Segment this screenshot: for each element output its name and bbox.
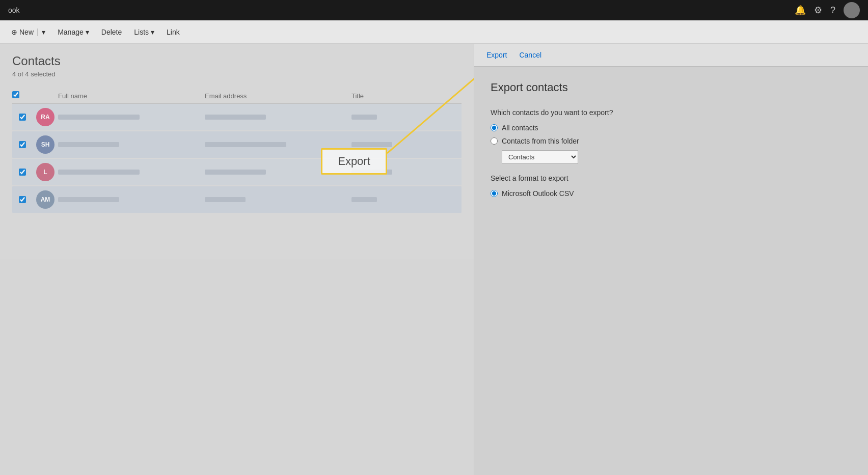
panel-cancel-button[interactable]: Cancel (517, 50, 544, 60)
main-layout: Contacts 4 of 4 selected Full name Email… (0, 44, 868, 475)
page-subtitle: 4 of 4 selected (12, 70, 462, 78)
name-cell (58, 113, 205, 122)
table-row: L (12, 159, 462, 185)
avatar: SH (36, 135, 55, 154)
lists-label: Lists (134, 28, 149, 36)
csv-format-label: Microsoft Outlook CSV (502, 189, 574, 198)
table-row: SH (12, 131, 462, 158)
folder-contacts-option: Contacts from this folder (491, 137, 852, 145)
page-title: Contacts (12, 54, 462, 68)
title-bar (351, 115, 377, 120)
folder-dropdown[interactable]: Contacts (502, 150, 578, 164)
settings-icon[interactable]: ⚙ (814, 5, 822, 16)
app-name: ook (8, 6, 20, 14)
panel-export-button[interactable]: Export (484, 50, 509, 60)
avatar: L (36, 163, 55, 181)
export-panel-title: Export contacts (491, 81, 852, 94)
link-label: Link (167, 28, 180, 36)
export-highlight-label: Export (338, 155, 370, 168)
top-bar: ook 🔔 ⚙ ? (0, 0, 868, 20)
lists-button[interactable]: Lists ▾ (129, 26, 159, 38)
export-panel-toolbar: Export Cancel (474, 44, 868, 67)
row-checkbox[interactable] (19, 114, 26, 121)
col-header-email: Email address (205, 92, 351, 100)
col-header-name: Full name (58, 92, 205, 100)
email-cell (205, 113, 351, 122)
table-header: Full name Email address Title (12, 88, 462, 104)
delete-button[interactable]: Delete (96, 26, 127, 38)
all-contacts-option: All contacts (491, 124, 852, 132)
all-contacts-radio[interactable] (491, 124, 498, 131)
select-all-checkbox[interactable] (12, 91, 19, 98)
help-icon[interactable]: ? (830, 5, 835, 16)
delete-label: Delete (101, 28, 122, 36)
name-bar (58, 197, 119, 202)
table-row: AM (12, 186, 462, 213)
link-button[interactable]: Link (161, 26, 185, 38)
name-bar (58, 170, 140, 175)
contacts-pane: Contacts 4 of 4 selected Full name Email… (0, 44, 474, 475)
email-bar (205, 142, 286, 147)
title-cell (351, 113, 462, 122)
folder-contacts-label: Contacts from this folder (502, 137, 579, 145)
manage-label: Manage (58, 28, 84, 36)
manage-chevron-icon: ▾ (86, 28, 89, 36)
manage-button[interactable]: Manage ▾ (52, 26, 94, 38)
folder-contacts-radio[interactable] (491, 137, 498, 145)
email-cell (205, 195, 351, 204)
export-highlight-button[interactable]: Export (321, 148, 387, 175)
table-row: RA (12, 104, 462, 130)
title-cell (351, 195, 462, 204)
email-bar (205, 115, 266, 120)
export-panel: Export Cancel Export contacts Which cont… (474, 44, 868, 475)
avatar: RA (36, 108, 55, 126)
col-header-title: Title (351, 92, 462, 100)
question-which-contacts: Which contacts do you want to export? (491, 108, 852, 117)
row-checkbox[interactable] (19, 196, 26, 203)
lists-chevron-icon: ▾ (151, 28, 154, 36)
all-contacts-label: All contacts (502, 124, 538, 132)
top-bar-right: 🔔 ⚙ ? (795, 2, 860, 18)
name-bar (58, 142, 119, 147)
question-format: Select a format to export (491, 174, 852, 182)
format-csv-option: Microsoft Outlook CSV (491, 189, 852, 198)
plus-icon: ⊕ (11, 28, 17, 36)
name-cell (58, 140, 205, 149)
csv-format-radio[interactable] (491, 190, 498, 197)
new-chevron-icon: ▾ (42, 28, 45, 36)
name-cell (58, 167, 205, 177)
new-sep: | (37, 27, 39, 37)
title-bar (351, 197, 377, 202)
new-button[interactable]: ⊕ New | ▾ (6, 25, 50, 39)
email-bar (205, 170, 266, 175)
avatar[interactable] (844, 2, 860, 18)
name-bar (58, 115, 140, 120)
row-checkbox[interactable] (19, 169, 26, 176)
toolbar: ⊕ New | ▾ Manage ▾ Delete Lists ▾ Link (0, 20, 868, 44)
svg-marker-1 (473, 72, 474, 80)
avatar: AM (36, 190, 55, 209)
email-bar (205, 197, 246, 202)
notification-icon[interactable]: 🔔 (795, 5, 806, 16)
new-label: New (19, 28, 34, 36)
title-bar (351, 142, 392, 147)
name-cell (58, 195, 205, 204)
row-checkbox[interactable] (19, 141, 26, 148)
export-panel-content: Export contacts Which contacts do you wa… (474, 67, 868, 217)
folder-select-container: Contacts (502, 150, 852, 164)
